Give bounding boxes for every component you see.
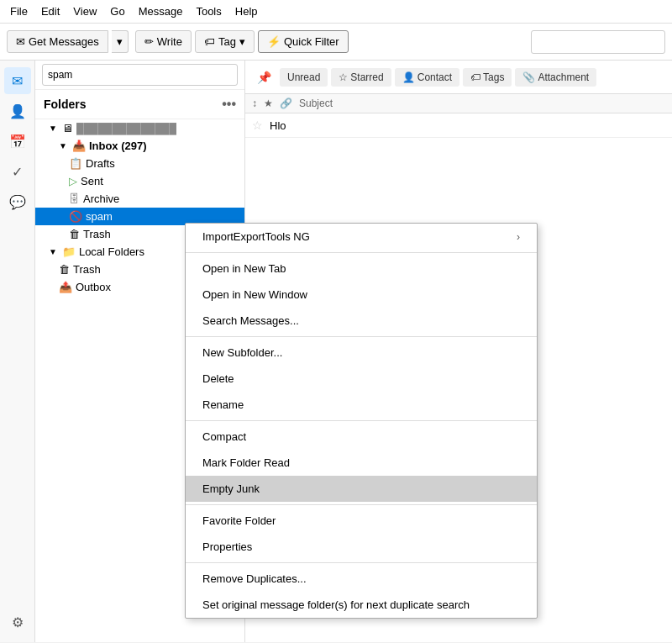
unread-filter-btn[interactable]: Unread	[280, 68, 328, 87]
settings-icon-btn[interactable]: ⚙	[4, 609, 31, 635]
folder-item-account[interactable]: ▼ 🖥 ██████████████	[35, 119, 244, 137]
folder-item-archive[interactable]: 🗄 Archive	[35, 190, 244, 208]
subject-col-header[interactable]: Subject	[299, 98, 665, 109]
filter-icon: ⚡	[267, 35, 281, 48]
toolbar: ✉ Get Messages ▾ ✏ Write 🏷 Tag ▾ ⚡ Quick…	[0, 24, 672, 61]
ctx-empty-junk[interactable]: Empty Junk	[186, 476, 537, 502]
address-book-icon-btn[interactable]: 👤	[4, 98, 31, 124]
star-col-header[interactable]: ★	[264, 98, 273, 109]
contact-filter-btn[interactable]: 👤 Contact	[395, 68, 459, 87]
message-row[interactable]: ☆ Hlo	[245, 113, 672, 138]
spam-icon: 🚫	[69, 210, 82, 223]
ctx-sep-1	[186, 252, 537, 253]
contact-label: Contact	[417, 71, 452, 83]
starred-filter-btn[interactable]: ☆ Starred	[331, 68, 391, 87]
ctx-compact-label: Compact	[202, 430, 246, 443]
trash-local-label: Trash	[73, 263, 101, 276]
tag-button[interactable]: 🏷 Tag ▾	[195, 30, 255, 53]
search-input[interactable]	[531, 30, 665, 54]
ctx-remove-dupes[interactable]: Remove Duplicates...	[186, 566, 537, 592]
ctx-properties-label: Properties	[202, 540, 252, 553]
inbox-icon: 📥	[72, 140, 86, 152]
ctx-mark-read[interactable]: Mark Folder Read	[186, 450, 537, 476]
starred-label: Starred	[350, 71, 383, 83]
menu-message[interactable]: Message	[132, 3, 190, 20]
sidebar-options-button[interactable]: •••	[222, 97, 236, 112]
icon-bar: ✉ 👤 📅 ✓ 💬 ⚙	[0, 61, 35, 642]
ctx-search-messages[interactable]: Search Messages...	[186, 308, 537, 334]
ctx-compact[interactable]: Compact	[186, 424, 537, 450]
ctx-properties[interactable]: Properties	[186, 534, 537, 560]
ctx-arrow-icon: ›	[517, 231, 520, 243]
ctx-remove-dupes-label: Remove Duplicates...	[202, 572, 307, 585]
sidebar-search-area	[35, 61, 244, 90]
sort-col-header[interactable]: ↕	[252, 98, 257, 109]
drafts-icon: 📋	[69, 157, 82, 170]
ctx-favorite-label: Favorite Folder	[202, 514, 276, 527]
quick-filter-button[interactable]: ⚡ Quick Filter	[258, 30, 349, 53]
account-icon: 🖥	[62, 122, 73, 134]
ctx-sep-2	[186, 336, 537, 337]
menu-edit[interactable]: Edit	[34, 3, 66, 20]
pencil-icon: ✏	[144, 35, 154, 48]
folder-search-input[interactable]	[42, 64, 238, 86]
collapse-arrow-account: ▼	[49, 124, 57, 133]
unread-label: Unread	[287, 71, 320, 83]
quick-filter-label: Quick Filter	[284, 35, 339, 48]
sent-label: Sent	[81, 175, 103, 187]
menu-file[interactable]: File	[3, 3, 34, 20]
ctx-open-tab[interactable]: Open in New Tab	[186, 256, 537, 282]
pin-button[interactable]: 📌	[252, 67, 276, 87]
get-messages-dropdown[interactable]: ▾	[112, 30, 129, 53]
attach-col-header[interactable]: 🔗	[280, 98, 292, 109]
folder-item-sent[interactable]: ▷ Sent	[35, 172, 244, 190]
ctx-sep-5	[186, 562, 537, 563]
ctx-rename[interactable]: Rename	[186, 392, 537, 418]
star-filter-icon: ☆	[339, 71, 348, 83]
write-label: Write	[157, 35, 182, 48]
message-star[interactable]: ☆	[252, 119, 263, 132]
menu-view[interactable]: View	[66, 3, 103, 20]
ctx-search-messages-label: Search Messages...	[202, 314, 299, 327]
write-button[interactable]: ✏ Write	[135, 30, 192, 53]
inbox-label: Inbox (297)	[89, 140, 147, 152]
calendar-icon-btn[interactable]: 📅	[4, 128, 31, 155]
menubar: File Edit View Go Message Tools Help	[0, 0, 672, 24]
collapse-arrow-local: ▼	[49, 247, 57, 256]
get-messages-button[interactable]: ✉ Get Messages	[7, 30, 108, 53]
folder-item-drafts[interactable]: 📋 Drafts	[35, 155, 244, 172]
drafts-label: Drafts	[86, 157, 115, 170]
archive-icon: 🗄	[69, 192, 80, 205]
trash-account-icon: 🗑	[69, 228, 80, 240]
ctx-import-export[interactable]: ImportExportTools NG ›	[186, 224, 537, 250]
column-headers: ↕ ★ 🔗 Subject	[245, 94, 672, 113]
chat-icon-btn[interactable]: 💬	[4, 188, 31, 215]
folder-item-inbox[interactable]: ▼ 📥 Inbox (297)	[35, 137, 244, 155]
menu-go[interactable]: Go	[103, 3, 131, 20]
trash-account-label: Trash	[83, 228, 111, 240]
menu-tools[interactable]: Tools	[189, 3, 228, 20]
menu-help[interactable]: Help	[228, 3, 265, 20]
tags-filter-icon: 🏷	[470, 71, 480, 83]
ctx-open-window-label: Open in New Window	[202, 288, 307, 301]
local-folders-icon: 📁	[62, 245, 76, 258]
ctx-new-subfolder[interactable]: New Subfolder...	[186, 340, 537, 366]
ctx-set-original[interactable]: Set original message folder(s) for next …	[186, 592, 537, 618]
trash-local-icon: 🗑	[59, 263, 70, 276]
attachment-filter-icon: 📎	[522, 71, 535, 83]
tags-filter-btn[interactable]: 🏷 Tags	[463, 68, 512, 87]
envelope-icon: ✉	[16, 35, 25, 48]
tasks-icon-btn[interactable]: ✓	[4, 158, 31, 185]
tag-icon: 🏷	[204, 35, 215, 48]
mail-icon-btn[interactable]: ✉	[4, 67, 31, 94]
context-menu: ImportExportTools NG › Open in New Tab O…	[185, 223, 538, 619]
ctx-open-window[interactable]: Open in New Window	[186, 282, 537, 308]
main-layout: ✉ 👤 📅 ✓ 💬 ⚙ Folders ••• ▼ 🖥 ████████████…	[0, 61, 672, 642]
ctx-delete[interactable]: Delete	[186, 366, 537, 392]
sent-icon: ▷	[69, 175, 77, 187]
ctx-favorite[interactable]: Favorite Folder	[186, 508, 537, 534]
ctx-sep-4	[186, 504, 537, 505]
attachment-filter-btn[interactable]: 📎 Attachment	[515, 68, 596, 87]
ctx-new-subfolder-label: New Subfolder...	[202, 346, 282, 359]
local-folders-label: Local Folders	[79, 245, 144, 258]
